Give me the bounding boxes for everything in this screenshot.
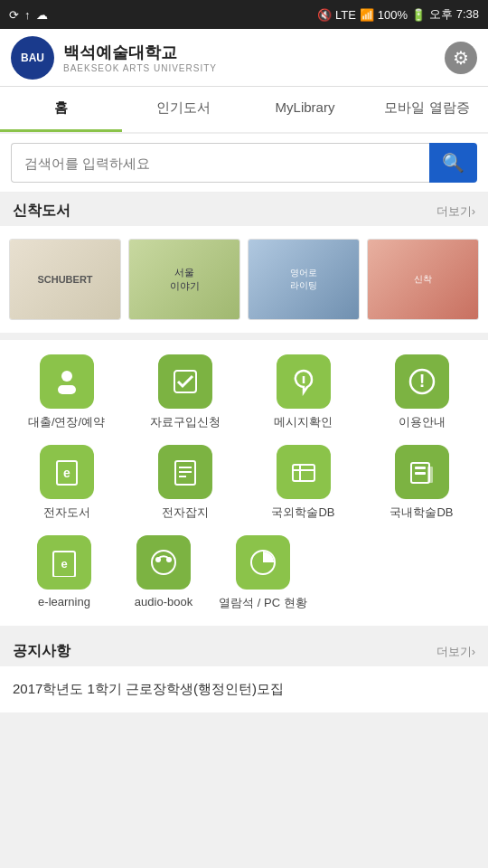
app-header: BAU 백석예술대학교 BAEKSEOK ARTS UNIVERSITY ⚙ [0, 29, 488, 87]
icon-cloud: ☁ [36, 8, 48, 22]
status-bar: ⟳ ↑ ☁ 🔇 LTE 📶 100% 🔋 오후 7:38 [0, 0, 488, 29]
svg-point-23 [166, 557, 172, 562]
reading-room-label: 열람석 / PC 현황 [219, 595, 307, 611]
book-item-1[interactable]: SCHUBERT [9, 239, 121, 320]
svg-text:e: e [61, 557, 67, 571]
battery-icon: 🔋 [411, 8, 426, 22]
tab-my-library[interactable]: MyLibrary [244, 87, 366, 132]
audiobook-label: audio-book [135, 595, 192, 609]
svg-point-0 [61, 371, 72, 382]
overseas-db-icon [277, 445, 331, 499]
notice-item-1[interactable]: 2017학년도 1학기 근로장학생(행정인턴)모집 [0, 666, 488, 712]
status-right-info: 🔇 LTE 📶 100% 🔋 오후 7:38 [317, 6, 479, 23]
new-books-header: 신착도서 더보기 [0, 193, 488, 226]
menu-item-reading-room[interactable]: 열람석 / PC 현황 [213, 535, 313, 611]
message-icon [277, 354, 331, 409]
tab-popular-books[interactable]: 인기도서 [122, 87, 244, 132]
svg-point-21 [152, 551, 175, 574]
network-type: LTE [335, 8, 356, 22]
current-time: 오후 7:38 [429, 6, 479, 23]
book-cover-2: 서울이야기 [129, 240, 239, 319]
svg-rect-1 [58, 385, 76, 394]
search-button[interactable]: 🔍 [429, 143, 477, 183]
message-label: 메시지확인 [274, 414, 333, 430]
mute-icon: 🔇 [317, 8, 332, 22]
menu-row-2: e 전자도서 전자잡지 국외학술DB 국내학술DB [7, 445, 481, 521]
tab-mobile-card[interactable]: 모바일 열람증 [366, 87, 488, 132]
audiobook-icon [136, 535, 191, 590]
book-item-4[interactable]: 신착 [367, 239, 479, 320]
menu-item-audiobook[interactable]: audio-book [114, 535, 213, 611]
signal-icon: 📶 [360, 8, 374, 22]
logo-text: BAU [21, 52, 44, 64]
menu-item-ebook[interactable]: e 전자도서 [17, 445, 117, 521]
domestic-db-icon [395, 445, 449, 499]
settings-button[interactable]: ⚙ [445, 42, 477, 74]
battery-level: 100% [378, 8, 408, 22]
ebook-label: 전자도서 [43, 505, 90, 521]
search-icon: 🔍 [442, 152, 465, 174]
notice-title: 공지사항 [13, 642, 70, 661]
new-books-more[interactable]: 더보기 [436, 203, 475, 220]
gear-icon: ⚙ [453, 47, 469, 69]
notice-more[interactable]: 더보기 [436, 644, 475, 660]
book-shelf: SCHUBERT 서울이야기 영어로라이팅 신착 [0, 226, 488, 333]
book-cover-4: 신착 [368, 240, 478, 319]
notice-section: 공지사항 더보기 2017학년도 1학기 근로장학생(행정인턴)모집 [0, 633, 488, 712]
logo-circle: BAU [11, 36, 54, 80]
svg-rect-17 [415, 472, 426, 475]
icon-refresh: ⟳ [9, 8, 19, 22]
magazine-label: 전자잡지 [162, 505, 209, 521]
logo-area: BAU 백석예술대학교 BAEKSEOK ARTS UNIVERSITY [11, 36, 217, 80]
notice-header: 공지사항 더보기 [0, 633, 488, 666]
svg-point-22 [155, 557, 161, 562]
tab-home[interactable]: 홈 [0, 87, 122, 132]
svg-rect-18 [427, 467, 433, 483]
ebook-icon: e [40, 445, 94, 499]
menu-item-domestic-db[interactable]: 국내학술DB [372, 445, 472, 521]
overseas-db-label: 국외학술DB [271, 505, 334, 521]
magazine-icon [158, 445, 212, 499]
svg-text:e: e [63, 466, 70, 480]
book-cover-1: SCHUBERT [10, 240, 120, 319]
elearning-label: e-learning [38, 595, 90, 609]
university-english: BAEKSEOK ARTS UNIVERSITY [63, 63, 217, 73]
search-input[interactable] [11, 143, 429, 183]
menu-item-loan[interactable]: 대출/연장/예약 [17, 354, 117, 430]
info-label: 이용안내 [399, 414, 446, 430]
book-item-2[interactable]: 서울이야기 [128, 239, 240, 320]
reading-room-icon [236, 535, 290, 590]
status-left-icons: ⟳ ↑ ☁ [9, 8, 48, 22]
purchase-icon [158, 354, 212, 409]
elearning-icon: e [37, 535, 91, 590]
svg-rect-12 [293, 465, 314, 481]
university-korean: 백석예술대학교 [63, 42, 217, 63]
domestic-db-label: 국내학술DB [389, 505, 453, 521]
purchase-label: 자료구입신청 [150, 414, 221, 430]
quick-menu: 대출/연장/예약 자료구입신청 메시지확인 ! 이용안내 e 전자도서 [0, 340, 488, 626]
book-cover-3: 영어로라이팅 [249, 240, 359, 319]
university-name: 백석예술대학교 BAEKSEOK ARTS UNIVERSITY [63, 42, 217, 73]
svg-rect-16 [415, 467, 426, 469]
search-bar: 🔍 [0, 134, 488, 193]
navigation-tabs: 홈 인기도서 MyLibrary 모바일 열람증 [0, 87, 488, 134]
menu-item-elearning[interactable]: e e-learning [14, 535, 114, 611]
menu-item-info[interactable]: ! 이용안내 [372, 354, 472, 430]
icon-upload: ↑ [24, 8, 31, 22]
menu-item-overseas-db[interactable]: 국외학술DB [254, 445, 353, 521]
menu-item-message[interactable]: 메시지확인 [254, 354, 353, 430]
menu-item-magazine[interactable]: 전자잡지 [136, 445, 235, 521]
new-books-title: 신착도서 [13, 202, 70, 221]
info-icon: ! [395, 354, 449, 409]
menu-row-3: e e-learning audio-book 열람석 / PC 현황 [7, 535, 481, 611]
svg-text:!: ! [418, 371, 425, 391]
loan-label: 대출/연장/예약 [28, 414, 105, 430]
book-item-3[interactable]: 영어로라이팅 [248, 239, 360, 320]
menu-row-1: 대출/연장/예약 자료구입신청 메시지확인 ! 이용안내 [7, 354, 481, 430]
loan-icon [40, 354, 94, 409]
menu-item-purchase[interactable]: 자료구입신청 [136, 354, 235, 430]
